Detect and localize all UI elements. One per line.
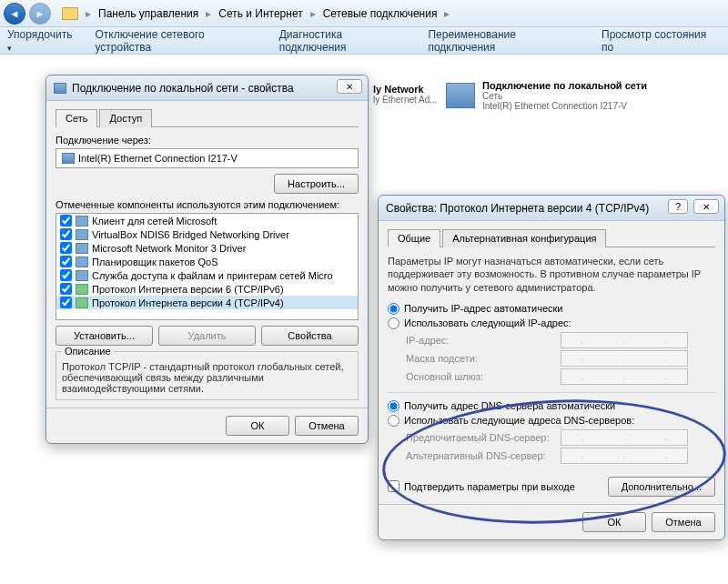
- tab-alternate[interactable]: Альтернативная конфигурация: [442, 229, 606, 247]
- components-listbox[interactable]: Клиент для сетей Microsoft VirtualBox ND…: [56, 213, 359, 320]
- network-item-sub: ly Ethernet Ad...: [373, 95, 438, 105]
- dns-manual-label: Использовать следующие адреса DNS-сервер…: [404, 415, 634, 426]
- dialog-title: Подключение по локальной сети - свойства: [72, 82, 294, 95]
- component-icon: [76, 216, 88, 227]
- component-label: Microsoft Network Monitor 3 Driver: [92, 243, 246, 254]
- connect-via-label: Подключение через:: [56, 135, 359, 146]
- dns-auto-label: Получить адрес DNS-сервера автоматически: [404, 400, 615, 411]
- adapter-icon: [54, 83, 66, 94]
- help-text: Параметры IP могут назначаться автоматич…: [388, 255, 715, 294]
- network-item[interactable]: ly Network ly Ethernet Ad...: [373, 84, 438, 105]
- rename-button[interactable]: Переименование подключения: [428, 28, 585, 54]
- subnet-mask-label: Маска подсети:: [406, 353, 561, 364]
- ip-auto-radio-row[interactable]: Получить IP-адрес автоматически: [388, 303, 715, 315]
- nav-back-button[interactable]: ◄: [4, 3, 25, 25]
- breadcrumb-item[interactable]: Сетевые подключения: [319, 7, 441, 20]
- component-icon: [76, 257, 88, 267]
- nav-forward-button: ►: [29, 3, 51, 25]
- adapter-icon: [62, 153, 75, 164]
- help-button[interactable]: ?: [668, 199, 688, 214]
- component-icon: [76, 243, 88, 254]
- component-icon: [76, 270, 88, 281]
- close-button[interactable]: ✕: [337, 79, 362, 94]
- validate-checkbox[interactable]: [388, 480, 399, 492]
- component-checkbox[interactable]: [60, 256, 72, 267]
- dialog-titlebar[interactable]: Подключение по локальной сети - свойства…: [46, 76, 368, 101]
- components-label: Отмеченные компоненты используются этим …: [56, 199, 359, 210]
- dns-preferred-label: Предпочитаемый DNS-сервер:: [406, 432, 561, 443]
- ip-auto-radio[interactable]: [388, 303, 399, 315]
- cancel-button[interactable]: Отмена: [652, 512, 715, 532]
- explorer-navbar: ◄ ► ▸ Панель управления ▸ Сеть и Интерне…: [0, 0, 728, 27]
- dns-preferred-field: ...: [561, 429, 688, 446]
- network-item-sub: Intel(R) Ethernet Connection I217-V: [482, 101, 647, 111]
- ip-address-label: IP-адрес:: [406, 335, 561, 346]
- adapter-icon: [446, 83, 475, 108]
- subnet-mask-field: ...: [561, 350, 688, 367]
- breadcrumb-item[interactable]: Сеть и Интернет: [215, 7, 306, 20]
- list-item[interactable]: Microsoft Network Monitor 3 Driver: [56, 241, 358, 255]
- folder-icon: [62, 7, 78, 20]
- cancel-button[interactable]: Отмена: [295, 416, 359, 436]
- organize-menu[interactable]: Упорядочить: [7, 28, 78, 54]
- ip-manual-radio-row[interactable]: Использовать следующий IP-адрес:: [388, 317, 715, 329]
- status-button[interactable]: Просмотр состояния по: [602, 28, 721, 54]
- component-label: Клиент для сетей Microsoft: [92, 216, 217, 227]
- dialog-footer: ОК Отмена: [379, 504, 724, 539]
- network-item[interactable]: Подключение по локальной сети Сеть Intel…: [446, 80, 647, 111]
- network-item-title: ly Network: [373, 84, 438, 95]
- list-item[interactable]: Служба доступа к файлам и принтерам сете…: [56, 268, 358, 282]
- dns-manual-radio[interactable]: [388, 415, 399, 427]
- validate-label: Подтвердить параметры при выходе: [404, 481, 575, 492]
- list-item[interactable]: Планировщик пакетов QoS: [56, 255, 358, 268]
- dns-manual-radio-row[interactable]: Использовать следующие адреса DNS-сервер…: [388, 415, 715, 427]
- ip-manual-radio[interactable]: [388, 317, 399, 329]
- uninstall-button[interactable]: Удалить: [158, 326, 256, 346]
- component-checkbox[interactable]: [60, 242, 72, 254]
- component-label: Протокол Интернета версии 6 (TCP/IPv6): [92, 284, 284, 295]
- tab-network[interactable]: Сеть: [56, 109, 97, 127]
- component-icon: [76, 297, 88, 308]
- description-text: Протокол TCP/IP - стандартный протокол г…: [62, 361, 352, 394]
- list-item[interactable]: Клиент для сетей Microsoft: [56, 214, 358, 227]
- component-label: Служба доступа к файлам и принтерам сете…: [92, 270, 333, 281]
- component-checkbox[interactable]: [60, 283, 72, 295]
- component-checkbox[interactable]: [60, 215, 72, 227]
- ip-address-field: ...: [561, 332, 688, 348]
- tabs: Общие Альтернативная конфигурация: [388, 228, 715, 247]
- breadcrumb-item[interactable]: Панель управления: [95, 7, 202, 20]
- dns-alt-field: ...: [561, 448, 688, 464]
- ip-auto-label: Получить IP-адрес автоматически: [404, 303, 562, 314]
- component-checkbox[interactable]: [60, 269, 72, 281]
- close-button[interactable]: ✕: [693, 199, 719, 214]
- list-item[interactable]: Протокол Интернета версии 4 (TCP/IPv4): [56, 296, 358, 309]
- network-item-title: Подключение по локальной сети: [482, 80, 647, 91]
- description-title: Описание: [62, 346, 114, 357]
- component-checkbox[interactable]: [60, 228, 72, 240]
- explorer-content: ly Network ly Ethernet Ad... Подключение…: [0, 55, 728, 584]
- diagnose-button[interactable]: Диагностика подключения: [279, 28, 412, 54]
- ok-button[interactable]: ОК: [582, 512, 646, 532]
- explorer-toolbar: Упорядочить Отключение сетевого устройст…: [0, 27, 728, 55]
- network-item-sub: Сеть: [482, 91, 647, 101]
- description-group: Описание Протокол TCP/IP - стандартный п…: [56, 351, 359, 400]
- configure-button[interactable]: Настроить...: [274, 174, 359, 194]
- component-label: Планировщик пакетов QoS: [92, 257, 218, 267]
- tab-sharing[interactable]: Доступ: [99, 109, 152, 127]
- tab-general[interactable]: Общие: [388, 229, 440, 247]
- dialog-footer: ОК Отмена: [46, 408, 368, 443]
- disable-device-button[interactable]: Отключение сетевого устройства: [95, 28, 262, 54]
- list-item[interactable]: VirtualBox NDIS6 Bridged Networking Driv…: [56, 227, 358, 241]
- gateway-label: Основной шлюз:: [406, 371, 561, 382]
- ok-button[interactable]: ОК: [226, 416, 289, 436]
- dialog-titlebar[interactable]: Свойства: Протокол Интернета версии 4 (T…: [379, 196, 724, 221]
- gateway-field: ...: [561, 368, 688, 385]
- advanced-button[interactable]: Дополнительно...: [608, 477, 715, 497]
- dns-auto-radio-row[interactable]: Получить адрес DNS-сервера автоматически: [388, 400, 715, 412]
- dns-auto-radio[interactable]: [388, 400, 399, 412]
- properties-button[interactable]: Свойства: [261, 326, 359, 346]
- list-item[interactable]: Протокол Интернета версии 6 (TCP/IPv6): [56, 282, 358, 296]
- dialog-title: Свойства: Протокол Интернета версии 4 (T…: [386, 202, 649, 215]
- component-checkbox[interactable]: [60, 297, 72, 308]
- install-button[interactable]: Установить...: [56, 326, 153, 346]
